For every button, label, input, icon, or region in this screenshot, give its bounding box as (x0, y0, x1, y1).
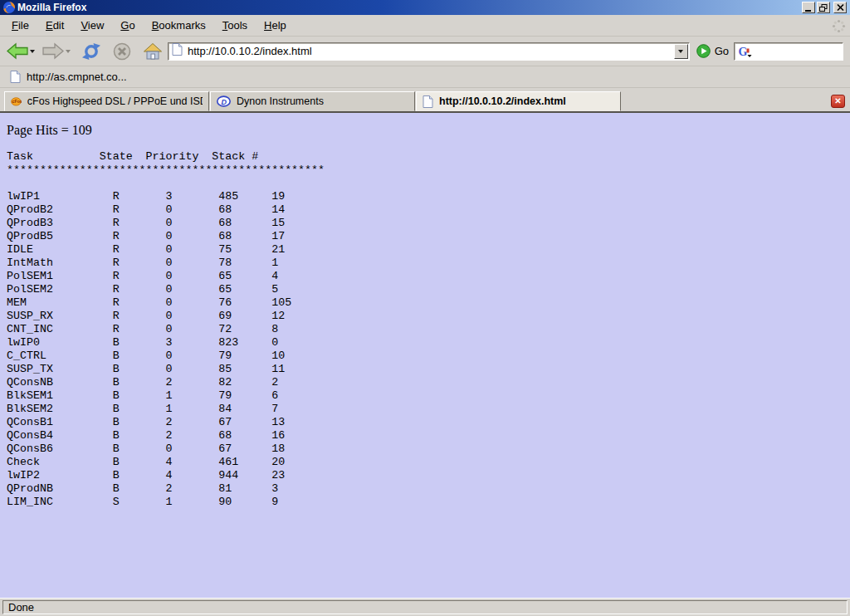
task-row: MEM R 0 76 105 (7, 296, 850, 310)
stop-icon (112, 42, 132, 61)
task-row: PolSEM2 R 0 65 5 (7, 283, 850, 296)
stop-button[interactable] (112, 42, 132, 61)
reload-button[interactable] (81, 42, 101, 61)
task-row: BlkSEM2 B 1 84 7 (7, 403, 850, 416)
task-table: Task State Priority Stack #*************… (7, 150, 850, 509)
task-row: lwIP1 R 3 485 19 (7, 190, 850, 203)
task-row: QConsB1 B 2 67 13 (7, 416, 850, 429)
task-row: LIM_INC S 1 90 9 (7, 496, 850, 509)
throbber-icon (832, 19, 846, 33)
tab-label: Dynon Instruments (237, 95, 324, 107)
close-tab-button[interactable]: ✕ (831, 95, 845, 108)
tab-dynon[interactable]: D Dynon Instruments (210, 91, 415, 111)
svg-text:D: D (222, 98, 227, 106)
chevron-down-icon (678, 50, 683, 56)
go-icon (696, 44, 711, 58)
task-row: QProdB2 R 0 68 14 (7, 203, 850, 217)
menu-tools[interactable]: Tools (214, 17, 256, 34)
back-button[interactable] (7, 42, 28, 60)
task-row: BlkSEM1 B 1 79 6 (7, 389, 850, 403)
table-blank-line (7, 177, 850, 190)
close-window-button[interactable] (833, 2, 847, 13)
menu-edit[interactable]: Edit (37, 17, 72, 34)
task-row: QConsB6 B 0 67 18 (7, 442, 850, 456)
back-dropdown-button[interactable] (30, 50, 35, 56)
table-rows: lwIP1 R 3 485 19QProdB2 R 0 68 14QProdB3… (7, 190, 850, 509)
go-button[interactable]: Go (696, 44, 729, 58)
task-row: IDLE R 0 75 21 (7, 243, 850, 257)
forward-button[interactable] (42, 42, 64, 60)
bookmark-item[interactable]: http://as.cmpnet.co... (7, 69, 130, 85)
tab-label: http://10.0.10.2/index.html (439, 95, 566, 107)
navigation-toolbar: http://10.0.10.2/index.html Go G (0, 37, 850, 66)
task-row: SUSP_TX B 0 85 11 (7, 363, 850, 376)
page-icon (423, 95, 433, 108)
forward-dropdown-button[interactable] (66, 50, 71, 56)
task-row: QConsB4 B 2 68 16 (7, 429, 850, 442)
table-header: Task State Priority Stack # (7, 150, 850, 164)
url-dropdown-button[interactable] (674, 44, 688, 59)
browser-window: Mozilla Firefox File Edit View Go Bookma… (0, 0, 850, 616)
page-content: Page Hits = 109 Task State Priority Stac… (0, 113, 850, 598)
forward-arrow-icon (42, 42, 64, 60)
restore-icon (819, 4, 828, 12)
task-row: C_CTRL B 0 79 10 (7, 350, 850, 363)
minimize-button[interactable] (802, 2, 815, 13)
minimize-icon (804, 4, 813, 12)
menu-bookmarks[interactable]: Bookmarks (144, 17, 214, 34)
tab-bar: cFos cFos Highspeed DSL / PPPoE und ISDN… (0, 88, 850, 113)
task-row: Check B 4 461 20 (7, 456, 850, 469)
task-row: QProdNB B 2 81 3 (7, 482, 850, 496)
status-text: Done (2, 600, 848, 614)
titlebar: Mozilla Firefox (0, 0, 850, 15)
page-icon (172, 43, 183, 59)
task-row: lwIP2 B 4 944 23 (7, 469, 850, 482)
home-button[interactable] (143, 42, 163, 61)
menu-go[interactable]: Go (112, 17, 143, 34)
task-row: PolSEM1 R 0 65 4 (7, 270, 850, 283)
tab-cfos[interactable]: cFos cFos Highspeed DSL / PPPoE und ISDN… (4, 91, 209, 111)
menubar: File Edit View Go Bookmarks Tools Help (0, 15, 850, 37)
task-row: IntMath R 0 78 1 (7, 257, 850, 270)
url-bar[interactable]: http://10.0.10.2/index.html (168, 42, 690, 61)
search-box[interactable]: G (734, 42, 843, 61)
cfos-icon: cFos (11, 95, 22, 108)
page-hits-text: Page Hits = 109 (7, 123, 850, 138)
bookmarks-toolbar: http://as.cmpnet.co... (0, 66, 850, 88)
menu-view[interactable]: View (72, 17, 112, 34)
restore-button[interactable] (817, 2, 830, 13)
firefox-logo-icon (2, 1, 16, 14)
table-separator: ****************************************… (7, 164, 850, 177)
menu-file[interactable]: File (3, 17, 37, 34)
url-input[interactable]: http://10.0.10.2/index.html (188, 45, 674, 57)
task-row: SUSP_RX R 0 69 12 (7, 310, 850, 323)
page-icon (10, 71, 21, 83)
reload-icon (81, 42, 101, 61)
home-icon (143, 42, 163, 61)
svg-text:cFos: cFos (12, 99, 22, 104)
task-row: QProdB3 R 0 68 15 (7, 217, 850, 230)
task-row: lwIP0 B 3 823 0 (7, 336, 850, 350)
google-search-icon: G (737, 44, 753, 58)
task-row: QConsNB B 2 82 2 (7, 376, 850, 389)
window-controls (802, 2, 848, 13)
go-label: Go (715, 45, 729, 57)
close-icon (837, 4, 844, 11)
tab-label: cFos Highspeed DSL / PPPoE und ISDN CAP.… (27, 95, 203, 107)
window-title: Mozilla Firefox (17, 0, 802, 15)
svg-text:G: G (739, 46, 748, 58)
task-row: QProdB5 R 0 68 17 (7, 230, 850, 243)
back-arrow-icon (7, 42, 28, 60)
menu-help[interactable]: Help (256, 17, 295, 34)
status-bar: Done (0, 598, 850, 616)
tab-current[interactable]: http://10.0.10.2/index.html (416, 91, 621, 111)
task-row: CNT_INC R 0 72 8 (7, 323, 850, 336)
bookmark-label: http://as.cmpnet.co... (27, 71, 127, 83)
dynon-icon: D (217, 95, 231, 107)
